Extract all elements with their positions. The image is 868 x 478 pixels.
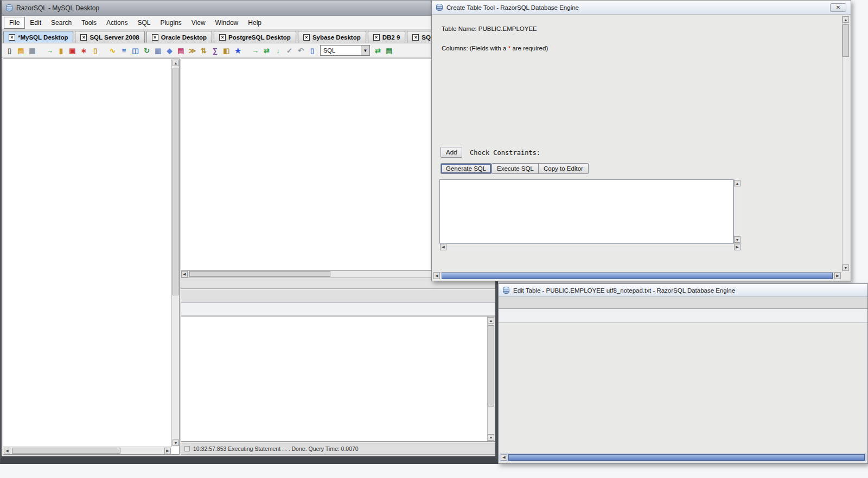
database-tree-panel: ▲ ▼ ◀ ▶ xyxy=(3,59,180,455)
commit-icon[interactable]: ✓ xyxy=(284,46,295,56)
scroll-right-icon[interactable]: ▶ xyxy=(164,448,171,454)
statement-type-select[interactable]: SQL▼ xyxy=(320,45,370,56)
edit-table-icon[interactable]: ◧ xyxy=(221,46,232,56)
describe-table-icon[interactable]: ≡ xyxy=(119,46,129,56)
new-file-icon[interactable]: ▯ xyxy=(4,46,15,56)
menu-item-actions[interactable]: Actions xyxy=(101,17,132,28)
edit-table-toolbar xyxy=(499,309,867,323)
execute-all-icon[interactable]: ⇄ xyxy=(261,46,272,56)
open-file-icon[interactable]: ▤ xyxy=(16,46,26,56)
close-icon[interactable]: ✕ xyxy=(830,3,846,12)
scroll-right-icon[interactable]: ▶ xyxy=(734,244,741,250)
new-editor-icon[interactable]: ▯ xyxy=(307,46,317,56)
scroll-down-icon[interactable]: ▼ xyxy=(173,440,179,446)
database-icon[interactable]: ▯ xyxy=(90,46,100,56)
scroll-down-icon[interactable]: ▼ xyxy=(734,236,741,243)
menu-item-file[interactable]: File xyxy=(4,17,25,29)
close-tab-icon[interactable]: × xyxy=(412,34,419,41)
connection-profile-icon[interactable]: ▮ xyxy=(56,46,66,56)
close-tab-icon[interactable]: × xyxy=(80,34,87,41)
tree-vscroll-thumb[interactable] xyxy=(173,68,178,295)
editor-hscroll-thumb[interactable] xyxy=(189,271,330,277)
close-tab-icon[interactable]: × xyxy=(303,34,310,41)
window-vertical-scrollbar[interactable]: ▲ ▼ xyxy=(842,16,850,272)
edit-table-titlebar[interactable]: Edit Table - PUBLIC.EMPLOYEE utf8_notepa… xyxy=(499,284,867,297)
sql-vertical-scrollbar[interactable]: ▲ ▼ xyxy=(733,179,741,243)
menu-item-window[interactable]: Window xyxy=(210,17,244,28)
close-tab-icon[interactable]: × xyxy=(152,34,158,41)
connection-tab-label: Oracle Desktop xyxy=(161,34,207,41)
edit-table-title: Edit Table - PUBLIC.EMPLOYEE utf8_notepa… xyxy=(513,287,735,294)
menu-item-tools[interactable]: Tools xyxy=(76,17,101,28)
connection-tab-sybase-desktop[interactable]: ×Sybase Desktop xyxy=(298,31,366,43)
results-grid-icon[interactable]: ▤ xyxy=(384,46,394,56)
menu-item-plugins[interactable]: Plugins xyxy=(155,17,186,28)
close-tab-icon[interactable]: × xyxy=(219,34,226,41)
scroll-up-icon[interactable]: ▲ xyxy=(843,16,849,23)
scroll-down-icon[interactable]: ▼ xyxy=(488,434,494,441)
create-table-titlebar[interactable]: Create Table Tool - RazorSQL Database En… xyxy=(432,1,851,15)
find-in-file-icon[interactable]: ◫ xyxy=(130,46,141,56)
results-toolbar xyxy=(181,302,495,316)
tree-horizontal-scrollbar[interactable]: ◀ ▶ xyxy=(3,447,171,454)
scroll-left-icon[interactable]: ◀ xyxy=(433,273,440,279)
menu-item-edit[interactable]: Edit xyxy=(25,17,46,28)
favorites-icon[interactable]: ★ xyxy=(233,46,243,56)
compare-icon[interactable]: ◆ xyxy=(164,46,175,56)
reload-icon[interactable]: ↻ xyxy=(142,46,152,56)
edit-table-horizontal-scrollbar[interactable]: ◀ xyxy=(500,454,866,461)
sql-horizontal-scrollbar[interactable]: ◀ ▶ xyxy=(439,243,741,251)
execute-fetch-icon[interactable]: ↓ xyxy=(273,46,283,56)
rollback-icon[interactable]: ↶ xyxy=(296,46,306,56)
db-browser-icon[interactable]: ▤ xyxy=(176,46,186,56)
results-vscroll-thumb[interactable] xyxy=(488,325,494,406)
generated-sql-textarea[interactable] xyxy=(439,179,733,243)
scroll-down-icon[interactable]: ▼ xyxy=(843,264,849,271)
scroll-up-icon[interactable]: ▲ xyxy=(734,180,741,186)
copy-to-editor-button[interactable]: Copy to Editor xyxy=(538,163,589,174)
scroll-up-icon[interactable]: ▲ xyxy=(173,60,179,66)
connect-icon[interactable]: → xyxy=(44,46,55,56)
execute-icon[interactable]: → xyxy=(250,46,260,56)
auto-commit-icon[interactable]: ⇄ xyxy=(373,46,383,56)
save-file-icon[interactable]: ▦ xyxy=(27,46,37,56)
scroll-left-icon[interactable]: ◀ xyxy=(501,454,507,461)
connection-tab-oracle-desktop[interactable]: ×Oracle Desktop xyxy=(146,31,212,43)
scroll-left-icon[interactable]: ◀ xyxy=(440,244,446,250)
results-table-container: ▲ ▼ xyxy=(181,316,495,442)
close-tab-icon[interactable]: × xyxy=(9,34,15,41)
scroll-left-icon[interactable]: ◀ xyxy=(4,448,10,454)
chevron-down-icon[interactable]: ▼ xyxy=(361,46,369,55)
menu-item-search[interactable]: Search xyxy=(46,17,76,28)
main-titlebar[interactable]: RazorSQL - MySQL Desktop xyxy=(2,1,495,16)
disconnect-icon[interactable]: ▣ xyxy=(67,46,78,56)
filter-icon[interactable]: ≫ xyxy=(187,46,197,56)
connection-tab-postgresql-desktop[interactable]: ×PostgreSQL Desktop xyxy=(214,31,296,43)
connection-tab--mysql-desktop[interactable]: ×*MySQL Desktop xyxy=(3,31,73,43)
sort-icon[interactable]: ⇅ xyxy=(199,46,209,56)
connection-tab-sql-server-2008[interactable]: ×SQL Server 2008 xyxy=(75,31,144,43)
scroll-left-icon[interactable]: ◀ xyxy=(181,271,188,277)
scroll-up-icon[interactable]: ▲ xyxy=(488,317,494,324)
add-column-button[interactable]: Add xyxy=(441,147,462,158)
menu-item-help[interactable]: Help xyxy=(243,17,266,28)
window-horizontal-scrollbar[interactable]: ◀ ▶ xyxy=(433,272,841,280)
new-connection-icon[interactable]: ∗ xyxy=(79,46,89,56)
edit-hscroll-thumb[interactable] xyxy=(508,454,865,461)
tree-vertical-scrollbar[interactable]: ▲ ▼ xyxy=(171,59,179,447)
window-hscroll-thumb[interactable] xyxy=(442,273,833,279)
generate-sql-button[interactable]: Generate SQL xyxy=(441,163,492,174)
window-vscroll-thumb[interactable] xyxy=(843,24,849,57)
tree-hscroll-thumb[interactable] xyxy=(12,448,120,454)
execute-sql-button[interactable]: Execute SQL xyxy=(492,163,539,174)
results-vertical-scrollbar[interactable]: ▲ ▼ xyxy=(487,316,495,441)
menu-item-sql[interactable]: SQL xyxy=(132,17,155,28)
connection-tab-db2-9[interactable]: ×DB2 9 xyxy=(368,31,406,43)
close-tab-icon[interactable]: × xyxy=(373,34,380,41)
copy-icon[interactable]: ▥ xyxy=(153,46,163,56)
scroll-right-icon[interactable]: ▶ xyxy=(834,273,841,279)
generate-sql-icon[interactable]: ∿ xyxy=(107,46,118,56)
aggregate-icon[interactable]: ∑ xyxy=(210,46,220,56)
main-toolbar: ▯▤▦→▮▣∗▯∿≡◫↻▥◆▤≫⇅∑◧★→⇄↓✓↶▯SQL▼⇄▤ xyxy=(2,43,495,58)
menu-item-view[interactable]: View xyxy=(187,17,210,28)
